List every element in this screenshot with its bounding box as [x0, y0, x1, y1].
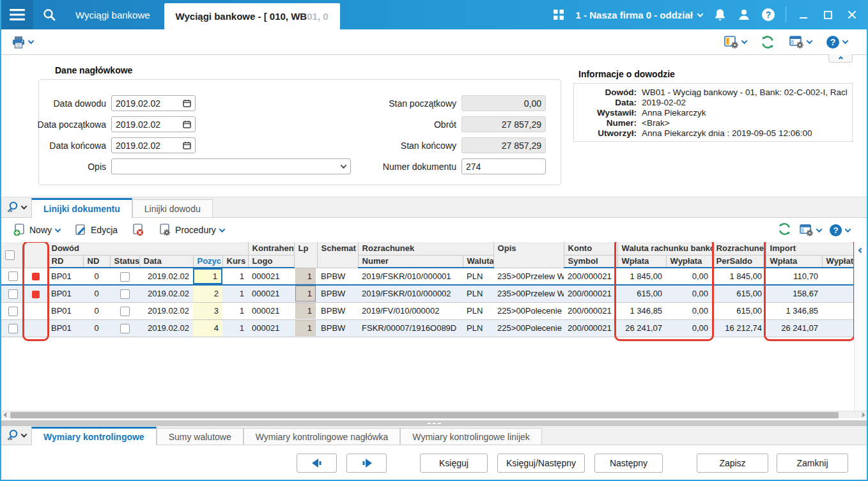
cell-wyplata[interactable]: 0,00	[666, 319, 712, 337]
opis-combobox[interactable]	[111, 158, 351, 174]
row-checkbox[interactable]	[8, 289, 18, 299]
col-group-rozrachunek[interactable]: Rozrachunek	[358, 242, 493, 255]
cell-import-wyplata[interactable]	[822, 268, 854, 285]
help-menu-button[interactable]: ?	[822, 33, 851, 52]
ksieguj-button[interactable]: Księguj	[420, 454, 488, 473]
cell-opis[interactable]: 225>00Polecenie P	[493, 319, 564, 337]
cell-persaldo[interactable]: 615,00	[712, 302, 766, 319]
print-options-chevron-icon[interactable]	[28, 38, 35, 44]
grid-columns-chevron-icon[interactable]	[816, 226, 823, 233]
delete-button[interactable]	[127, 220, 150, 240]
notifications-bell-icon[interactable]	[709, 4, 731, 26]
scrollbar-thumb[interactable]	[10, 412, 839, 418]
cell-numer[interactable]: 2019/FSKR/010/000002	[358, 285, 463, 302]
cell-data[interactable]: 2019.02.02	[139, 268, 193, 285]
cell-kurs[interactable]: 1	[222, 268, 248, 285]
nastepny-button[interactable]: Następny	[594, 454, 663, 473]
grid-settings-chevron-icon[interactable]	[807, 38, 813, 44]
col-nd[interactable]: ND	[83, 255, 110, 268]
cell-data[interactable]: 2019.02.02	[139, 302, 193, 319]
previous-record-button[interactable]	[297, 454, 337, 473]
search-icon[interactable]	[33, 0, 65, 29]
row-checkbox[interactable]	[8, 271, 18, 281]
window-close-button[interactable]	[841, 4, 863, 26]
user-profile-icon[interactable]	[733, 4, 755, 26]
cell-wplata[interactable]: 1 346,85	[617, 302, 666, 319]
collapse-side-panel-button[interactable]	[854, 242, 867, 411]
row-select-cell[interactable]	[1, 285, 24, 302]
print-button[interactable]	[8, 33, 37, 51]
table-row[interactable]: BP01 0 2019.02.02 3 1 000021 1 BPBW 2019…	[1, 302, 854, 319]
col-schemat[interactable]: Schemat	[317, 242, 358, 268]
cell-status[interactable]	[110, 285, 139, 302]
data-search-chevron-icon[interactable]	[21, 203, 27, 210]
col-group-rozrachunek-per[interactable]: Rozrachunek	[712, 242, 766, 255]
tab-wymiary-kontrolingowe[interactable]: Wymiary kontrolingowe	[31, 427, 157, 445]
window-minimize-button[interactable]	[793, 4, 814, 26]
grid-settings-button[interactable]	[785, 33, 816, 51]
data-search-chevron-icon[interactable]	[21, 431, 27, 438]
cell-persaldo[interactable]: 615,00	[712, 285, 766, 302]
window-maximize-button[interactable]	[817, 4, 839, 26]
cell-pozycja[interactable]: 2	[193, 285, 222, 302]
tab-wymiary-kontrolingowe-naglowka[interactable]: Wymiary kontrolingowe nagłówka	[244, 428, 401, 445]
cell-waluta[interactable]: PLN	[463, 285, 493, 302]
tab-wymiary-kontrolingowe-linijek[interactable]: Wymiary kontrolingowe linijek	[400, 428, 542, 445]
col-group-waluta-rachunku[interactable]: Waluta rachunku banko	[617, 242, 712, 255]
cell-schemat[interactable]: BPBW	[317, 268, 358, 285]
data-koncowa-input[interactable]	[111, 137, 196, 153]
col-rd[interactable]: RD	[47, 255, 83, 268]
cell-rd[interactable]: BP01	[47, 319, 83, 337]
cell-waluta[interactable]: PLN	[463, 319, 493, 337]
cell-import-wplata[interactable]: 158,67	[766, 285, 822, 302]
row-select-cell[interactable]	[1, 268, 24, 285]
col-status[interactable]: Status	[110, 255, 139, 268]
row-select-cell[interactable]	[1, 319, 24, 337]
grid-refresh-button[interactable]	[778, 222, 791, 238]
col-group-kontrahent[interactable]: Kontrahent	[248, 242, 294, 255]
cell-numer[interactable]: 2019/FV/010/000002	[358, 302, 463, 319]
hamburger-menu-icon[interactable]	[1, 0, 33, 29]
cell-nd[interactable]: 0	[83, 302, 110, 319]
cell-data[interactable]: 2019.02.02	[139, 319, 193, 337]
col-import-wplata[interactable]: Wpłata	[766, 255, 822, 268]
edit-button[interactable]: Edycja	[69, 220, 123, 240]
zapisz-button[interactable]: Zapisz	[697, 454, 768, 473]
background-tab[interactable]: Wyciągi bankowe	[65, 0, 164, 29]
cell-import-wyplata[interactable]	[822, 319, 854, 337]
cell-schemat[interactable]: BPBW	[317, 285, 358, 302]
cell-wplata[interactable]: 615,00	[617, 285, 666, 302]
status-checkbox[interactable]	[120, 272, 130, 282]
data-dowodu-input[interactable]	[111, 95, 196, 111]
col-numer[interactable]: Numer	[358, 255, 463, 268]
scroll-left-icon[interactable]	[1, 413, 10, 416]
cell-symbol[interactable]: 200/000021	[564, 319, 617, 337]
col-opis[interactable]: Opis	[493, 242, 564, 268]
tab-linijki-dowodu[interactable]: Linijki dowodu	[132, 199, 213, 217]
col-logo[interactable]: Logo	[248, 255, 294, 268]
cell-kurs[interactable]: 1	[222, 285, 248, 302]
numer-dokumentu-input[interactable]	[461, 158, 546, 174]
grid-columns-settings-button[interactable]	[799, 224, 821, 236]
cell-data[interactable]: 2019.02.02	[139, 285, 193, 302]
cell-wplata[interactable]: 1 845,00	[617, 268, 666, 285]
cell-pozycja[interactable]: 1	[193, 268, 222, 285]
status-checkbox[interactable]	[120, 324, 130, 333]
row-checkbox[interactable]	[8, 324, 18, 333]
data-poczatkowa-input[interactable]	[111, 116, 196, 132]
table-row[interactable]: BP01 0 2019.02.02 1 1 000021 1 BPBW 2019…	[1, 268, 854, 285]
cell-import-wyplata[interactable]	[822, 302, 854, 319]
cell-lp[interactable]: 1	[294, 319, 317, 337]
cell-symbol[interactable]: 200/000021	[564, 302, 617, 319]
help-icon[interactable]: ?	[757, 4, 779, 26]
cell-rd[interactable]: BP01	[47, 302, 83, 319]
col-group-import[interactable]: Import	[766, 242, 854, 255]
cell-rd[interactable]: BP01	[47, 285, 83, 302]
col-kurs[interactable]: Kurs	[222, 255, 248, 268]
col-symbol[interactable]: Symbol	[564, 255, 617, 268]
scroll-right-icon[interactable]	[858, 413, 867, 416]
col-import-wyplata[interactable]: Wypłata	[822, 255, 854, 268]
panel-splitter[interactable]	[1, 418, 867, 426]
data-search-icon[interactable]	[1, 425, 31, 445]
cell-logo[interactable]: 000021	[248, 319, 294, 337]
